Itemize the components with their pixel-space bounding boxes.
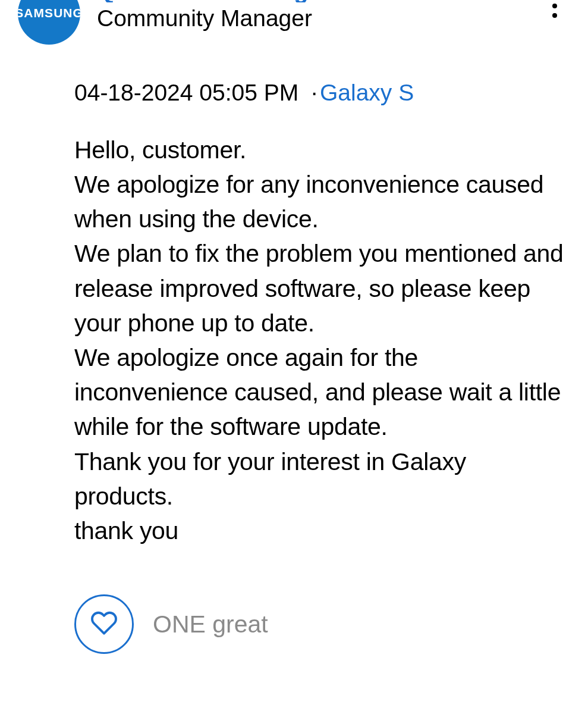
- author-block: QuickPanel Manager Community Manager: [80, 0, 331, 33]
- post-time: 05:05 PM: [199, 80, 298, 105]
- heart-outline-icon: [90, 609, 118, 639]
- post-header: SAMSUNG QuickPanel Manager Community Man…: [18, 0, 570, 45]
- author-username[interactable]: QuickPanel Manager: [97, 0, 331, 2]
- body-line: We apologize once again for the inconven…: [74, 340, 570, 444]
- meta-separator: ·: [311, 80, 317, 105]
- body-line: Hello, customer.: [74, 133, 570, 167]
- body-line: Thank you for your interest in Galaxy pr…: [74, 444, 570, 513]
- body-line: We apologize for any inconvenience cause…: [74, 167, 570, 236]
- author-role: Community Manager: [97, 5, 331, 33]
- body-line: thank you: [74, 513, 570, 548]
- forum-post: SAMSUNG QuickPanel Manager Community Man…: [0, 0, 588, 678]
- like-count-label: ONE great: [153, 610, 268, 638]
- body-line: We plan to fix the problem you mentioned…: [74, 236, 570, 340]
- post-category-link[interactable]: Galaxy S: [320, 80, 414, 105]
- avatar-circle: SAMSUNG: [18, 0, 80, 45]
- post-footer: ONE great: [74, 594, 570, 654]
- post-meta: 04-18-2024 05:05 PM ·Galaxy S: [74, 77, 570, 109]
- like-button[interactable]: [74, 594, 134, 654]
- post-date: 04-18-2024: [74, 80, 193, 105]
- post-options-button[interactable]: [543, 0, 567, 18]
- post-body: Hello, customer. We apologize for any in…: [74, 133, 570, 549]
- avatar-text: SAMSUNG: [18, 7, 80, 20]
- author-avatar[interactable]: SAMSUNG: [18, 0, 80, 45]
